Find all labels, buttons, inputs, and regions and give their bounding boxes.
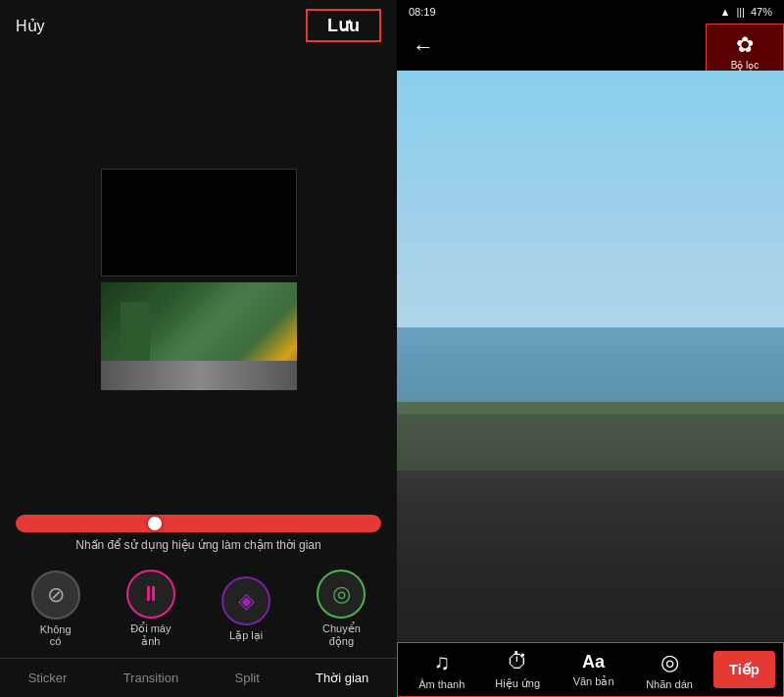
bottom-toolbar-right: ♫ Âm thanh ⏱ Hiệu ứng Aa Văn bản ◎ Nhãn … [397, 642, 784, 697]
effect-lap-lai[interactable]: ◈ Lặp lại [221, 576, 270, 642]
camera-switch-icon: ⏸ [140, 581, 162, 607]
repeat-icon: ◈ [238, 588, 255, 614]
side-icon-bo-loc[interactable]: ✿ Bộ lọc [731, 32, 760, 71]
top-bar-left: Hủy Lưu [0, 0, 397, 51]
tab-transition[interactable]: Transition [116, 667, 187, 689]
tool-nhan-dan[interactable]: ◎ Nhãn dán [633, 650, 705, 690]
bottom-tabs: Sticker Transition Split Thời gian [0, 658, 397, 697]
effect-label-lap-lai: Lặp lại [229, 629, 263, 642]
effect-circle-chuyen-dong: ◎ [317, 570, 366, 619]
filter-label: Bộ lọc [731, 60, 760, 71]
effect-circle-doi-may-anh: ⏸ [126, 570, 175, 619]
music-label: Âm thanh [418, 678, 465, 690]
cancel-button[interactable]: Hủy [16, 17, 45, 35]
tool-am-thanh[interactable]: ♫ Âm thanh [406, 650, 477, 690]
right-panel: 08:19 ▲ ||| 47% ← ✿ Bộ lọc ☺ Hiệu ứnggiọ… [397, 0, 784, 697]
tab-thoi-gian[interactable]: Thời gian [308, 667, 376, 689]
battery-level: 47% [751, 6, 772, 18]
filter-icon: ✿ [736, 32, 754, 58]
timeline-track[interactable] [16, 515, 381, 532]
left-panel: Hủy Lưu Nhấn để sử dụng hiệu ứng làm chậ… [0, 0, 397, 697]
video-thumb-black [101, 169, 297, 276]
effect-doi-may-anh[interactable]: ⏸ Đổi máyảnh [126, 570, 175, 648]
tool-hieu-ung[interactable]: ⏱ Hiệu ứng [481, 649, 553, 690]
sticker-label: Nhãn dán [646, 678, 693, 690]
tab-split[interactable]: Split [227, 667, 268, 689]
effect-chuyen-dong[interactable]: ◎ Chuyểnđộng [317, 570, 366, 648]
next-button[interactable]: Tiếp [713, 651, 775, 688]
effect-circle-lap-lai: ◈ [221, 576, 270, 625]
text-icon: Aa [582, 652, 605, 672]
effect-khong-co[interactable]: ⊘ Khôngcó [31, 571, 80, 647]
motion-icon: ◎ [332, 581, 351, 607]
video-thumb-img [101, 282, 297, 390]
back-button[interactable]: ← [413, 34, 434, 60]
sticker-icon: ◎ [661, 650, 679, 675]
video-preview [397, 71, 784, 642]
status-bar-right: 08:19 ▲ ||| 47% [397, 0, 784, 24]
effect-label-khong-co: Khôngcó [40, 623, 72, 647]
no-effect-icon: ⊘ [47, 582, 65, 608]
music-icon: ♫ [433, 650, 450, 675]
save-button[interactable]: Lưu [306, 9, 381, 42]
tab-sticker[interactable]: Sticker [21, 667, 75, 689]
effects-row: ⊘ Khôngcó ⏸ Đổi máyảnh ◈ Lặp lại ◎ Chuyể… [0, 560, 397, 658]
text-label: Văn bản [573, 675, 614, 688]
effect-circle-khong-co: ⊘ [31, 571, 80, 620]
effects-label: Hiệu ứng [495, 677, 540, 690]
effect-label-doi-may-anh: Đổi máyảnh [130, 622, 171, 648]
timeline-area: Nhấn để sử dụng hiệu ứng làm chậm thời g… [0, 507, 397, 560]
timeline-thumb[interactable] [148, 517, 162, 530]
status-time-right: 08:19 [409, 6, 436, 18]
effect-label-chuyen-dong: Chuyểnđộng [322, 622, 361, 648]
thumbnails-area [0, 51, 397, 507]
effects-icon: ⏱ [507, 649, 528, 674]
preview-content [397, 71, 784, 642]
hint-text: Nhấn để sử dụng hiệu ứng làm chậm thời g… [16, 538, 381, 552]
wifi-icon: ▲ [720, 6, 731, 18]
signal-icon: ||| [736, 6, 745, 18]
tool-van-ban[interactable]: Aa Văn bản [558, 652, 629, 688]
